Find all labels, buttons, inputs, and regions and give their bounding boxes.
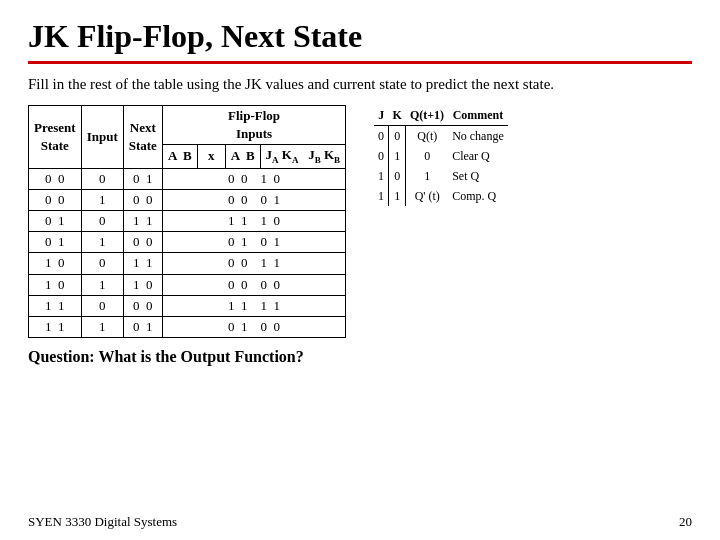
- cell: 1 1: [29, 316, 82, 337]
- side-cell-K: 1: [389, 146, 406, 166]
- cell: 0 0: [123, 295, 162, 316]
- cell: 0 1: [29, 210, 82, 231]
- cell: 0 0 0 1: [162, 189, 345, 210]
- cell: 0: [81, 210, 123, 231]
- table-row: 0 0 1 0 0 0 0 0 1: [29, 189, 346, 210]
- cell: 0: [81, 295, 123, 316]
- content-area: PresentState Input NextState Flip-FlopIn…: [28, 105, 692, 338]
- side-cell-J: 0: [374, 126, 389, 147]
- main-table-wrapper: PresentState Input NextState Flip-FlopIn…: [28, 105, 346, 338]
- side-cell-Qt1: 0: [406, 146, 448, 166]
- main-table: PresentState Input NextState Flip-FlopIn…: [28, 105, 346, 338]
- side-table-row: 1 1 Q' (t) Comp. Q: [374, 186, 508, 206]
- side-cell-comment: Comp. Q: [448, 186, 508, 206]
- side-cell-K: 0: [389, 126, 406, 147]
- cell: 0 0: [123, 189, 162, 210]
- sub-col-x: x: [197, 145, 225, 168]
- cell: 1 0: [29, 253, 82, 274]
- side-cell-J: 1: [374, 166, 389, 186]
- col-flipflop-inputs: Flip-FlopInputs: [162, 106, 345, 145]
- cell: 0 0 1 1: [162, 253, 345, 274]
- table-row: 1 0 0 1 1 0 0 1 1: [29, 253, 346, 274]
- side-cell-comment: Clear Q: [448, 146, 508, 166]
- footer-left: SYEN 3330 Digital Systems: [28, 514, 177, 530]
- cell: 1 1: [29, 295, 82, 316]
- side-cell-J: 1: [374, 186, 389, 206]
- table-row: 0 1 1 0 0 0 1 0 1: [29, 232, 346, 253]
- side-cell-J: 0: [374, 146, 389, 166]
- cell: 1: [81, 316, 123, 337]
- cell: 0 0: [29, 168, 82, 189]
- side-table-row: 0 1 0 Clear Q: [374, 146, 508, 166]
- cell: 0 0: [123, 232, 162, 253]
- cell: 1 0: [123, 274, 162, 295]
- cell: 1: [81, 232, 123, 253]
- cell: 1: [81, 274, 123, 295]
- footer: SYEN 3330 Digital Systems 20: [28, 514, 692, 530]
- instruction-text: Fill in the rest of the table using the …: [28, 74, 692, 95]
- sub-col-AB: A B: [162, 145, 197, 168]
- table-row: 1 0 1 1 0 0 0 0 0: [29, 274, 346, 295]
- sub-col-JAKAKBKB: JA KA JB KB: [260, 145, 346, 168]
- cell: 1 1: [123, 253, 162, 274]
- cell: 0 1 0 0: [162, 316, 345, 337]
- table-row: 1 1 0 0 0 1 1 1 1: [29, 295, 346, 316]
- side-cell-K: 0: [389, 166, 406, 186]
- side-cell-comment: Set Q: [448, 166, 508, 186]
- sub-col-AB2: A B: [225, 145, 260, 168]
- cell: 1 1 1 0: [162, 210, 345, 231]
- side-cell-comment: No change: [448, 126, 508, 147]
- cell: 1 0: [29, 274, 82, 295]
- side-table-wrapper: J K Q(t+1) Comment 0 0 Q(t) No change 0 …: [364, 105, 508, 206]
- cell: 0: [81, 253, 123, 274]
- cell: 0 1: [29, 232, 82, 253]
- cell: 0 0 1 0: [162, 168, 345, 189]
- footer-right: 20: [679, 514, 692, 530]
- side-col-comment: Comment: [448, 105, 508, 126]
- side-cell-Qt1: Q' (t): [406, 186, 448, 206]
- cell: 0: [81, 168, 123, 189]
- cell: 1 1: [123, 210, 162, 231]
- cell: 0 1: [123, 168, 162, 189]
- cell: 0 1 0 1: [162, 232, 345, 253]
- side-cell-Qt1: Q(t): [406, 126, 448, 147]
- cell: 0 0: [29, 189, 82, 210]
- side-table-row: 0 0 Q(t) No change: [374, 126, 508, 147]
- cell: 0 1: [123, 316, 162, 337]
- col-next-state: NextState: [123, 106, 162, 169]
- side-table-row: 1 0 1 Set Q: [374, 166, 508, 186]
- side-cell-Qt1: 1: [406, 166, 448, 186]
- cell: 1: [81, 189, 123, 210]
- question-text: Question: What is the Output Function?: [28, 348, 692, 366]
- side-col-K: K: [389, 105, 406, 126]
- cell: 1 1 1 1: [162, 295, 345, 316]
- side-table-header-row: J K Q(t+1) Comment: [374, 105, 508, 126]
- side-cell-K: 1: [389, 186, 406, 206]
- col-present-state: PresentState: [29, 106, 82, 169]
- col-input: Input: [81, 106, 123, 169]
- table-row: 0 0 0 0 1 0 0 1 0: [29, 168, 346, 189]
- table-row: 0 1 0 1 1 1 1 1 0: [29, 210, 346, 231]
- side-table: J K Q(t+1) Comment 0 0 Q(t) No change 0 …: [374, 105, 508, 206]
- side-col-Qt1: Q(t+1): [406, 105, 448, 126]
- cell: 0 0 0 0: [162, 274, 345, 295]
- table-row: 1 1 1 0 1 0 1 0 0: [29, 316, 346, 337]
- side-col-J: J: [374, 105, 389, 126]
- page-title: JK Flip-Flop, Next State: [28, 18, 692, 55]
- divider: [28, 61, 692, 64]
